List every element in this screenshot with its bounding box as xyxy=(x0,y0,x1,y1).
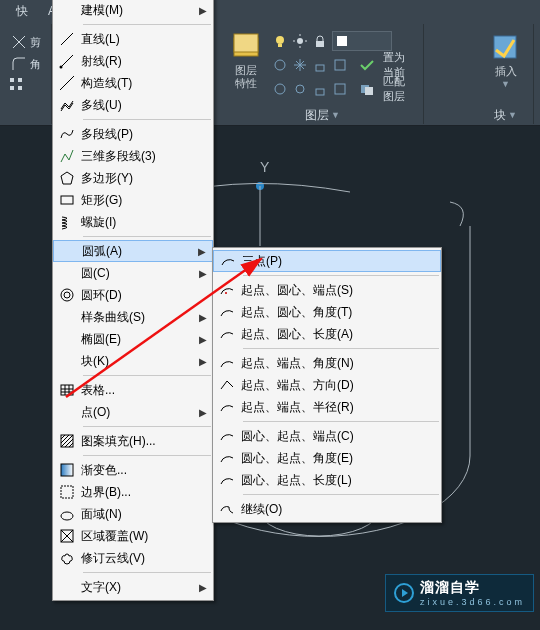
region-icon xyxy=(53,506,81,522)
hatch-icon xyxy=(53,433,81,449)
ray-icon xyxy=(53,53,81,69)
menu-point[interactable]: 点(O)▶ xyxy=(53,401,213,423)
layer-prev-icon[interactable] xyxy=(332,81,348,97)
layer-properties-icon[interactable] xyxy=(230,32,262,64)
insert-block-icon[interactable] xyxy=(490,32,522,64)
group-layers-label: 图层 xyxy=(305,107,329,124)
menu-table[interactable]: 表格... xyxy=(53,379,213,401)
menu-mline[interactable]: 多线(U) xyxy=(53,94,213,116)
fillet-button[interactable]: 角 xyxy=(4,54,48,74)
layer-unlock-icon[interactable] xyxy=(312,81,328,97)
menu-pline3d[interactable]: 三维多段线(3) xyxy=(53,145,213,167)
polygon-icon xyxy=(53,170,81,186)
gradient-icon xyxy=(53,462,81,478)
tab-quick[interactable]: 快 xyxy=(6,1,38,22)
submenu-sca[interactable]: 起点、圆心、角度(T) xyxy=(213,301,441,323)
menu-wipeout[interactable]: 区域覆盖(W) xyxy=(53,525,213,547)
insert-dropdown-icon[interactable]: ▼ xyxy=(501,79,510,89)
menu-modeling[interactable]: 建模(M)▶ xyxy=(53,0,213,21)
svg-marker-34 xyxy=(61,172,73,184)
menu-block[interactable]: 块(K)▶ xyxy=(53,350,213,372)
match-layer-icon xyxy=(359,81,375,97)
menu-ray[interactable]: 射线(R) xyxy=(53,50,213,72)
menu-revcloud[interactable]: 修订云线(V) xyxy=(53,547,213,569)
menu-pline[interactable]: 多段线(P) xyxy=(53,123,213,145)
svg-line-47 xyxy=(65,439,73,447)
menu-gradient[interactable]: 渐变色... xyxy=(53,459,213,481)
submenu-continue[interactable]: 继续(O) xyxy=(213,498,441,520)
match-layer-button[interactable]: 匹配图层 xyxy=(352,79,417,99)
svg-point-16 xyxy=(275,60,285,70)
svg-rect-4 xyxy=(10,86,14,90)
chevron-down-icon[interactable]: ▼ xyxy=(508,110,517,120)
svg-rect-3 xyxy=(18,78,22,82)
menu-rect[interactable]: 矩形(G) xyxy=(53,189,213,211)
trim-button[interactable]: 剪 xyxy=(4,32,48,52)
fillet-label: 角 xyxy=(30,57,41,72)
layer-iso-icon[interactable] xyxy=(332,57,348,73)
menu-arc[interactable]: 圆弧(A)▶ xyxy=(53,240,213,262)
set-current-button[interactable]: 置为当前 xyxy=(352,55,417,75)
submenu-cse[interactable]: 圆心、起点、端点(C) xyxy=(213,425,441,447)
menu-spline[interactable]: 样条曲线(S)▶ xyxy=(53,306,213,328)
menu-polygon[interactable]: 多边形(Y) xyxy=(53,167,213,189)
arc-csl-icon xyxy=(213,472,241,488)
menu-ellipse[interactable]: 椭圆(E)▶ xyxy=(53,328,213,350)
svg-rect-17 xyxy=(316,65,324,71)
layer-off-icon[interactable] xyxy=(272,57,288,73)
svg-rect-50 xyxy=(61,486,73,498)
submenu-csa[interactable]: 圆心、起点、角度(E) xyxy=(213,447,441,469)
svg-line-44 xyxy=(61,435,65,439)
layer-thaw-icon[interactable] xyxy=(292,81,308,97)
menu-circle[interactable]: 圆(C)▶ xyxy=(53,262,213,284)
set-current-icon xyxy=(359,57,375,73)
xline-icon xyxy=(53,75,81,91)
wipeout-icon xyxy=(53,528,81,544)
submenu-csl[interactable]: 圆心、起点、长度(L) xyxy=(213,469,441,491)
layer-lock2-icon[interactable] xyxy=(312,57,328,73)
arc-sca-icon xyxy=(213,304,241,320)
svg-rect-21 xyxy=(316,89,324,95)
menu-donut[interactable]: 圆环(D) xyxy=(53,284,213,306)
donut-icon xyxy=(53,287,81,303)
submenu-sed[interactable]: 起点、端点、方向(D) xyxy=(213,374,441,396)
menu-helix[interactable]: 螺旋(I) xyxy=(53,211,213,233)
svg-rect-18 xyxy=(335,60,345,70)
group-layers: 图层特性 置为当前 xyxy=(222,24,424,124)
group-modify: 剪 角 xyxy=(0,24,52,124)
submenu-scl[interactable]: 起点、圆心、长度(A) xyxy=(213,323,441,345)
arc-sce-icon xyxy=(213,282,241,298)
rect-icon xyxy=(53,192,81,208)
array-icon[interactable] xyxy=(8,76,24,92)
watermark-title: 溜溜自学 xyxy=(420,579,480,595)
svg-rect-24 xyxy=(365,87,373,95)
layer-properties-label: 图层特性 xyxy=(235,64,257,90)
arc-scl-icon xyxy=(213,326,241,342)
submenu-sea[interactable]: 起点、端点、角度(N) xyxy=(213,352,441,374)
menu-text[interactable]: 文字(X)▶ xyxy=(53,576,213,598)
arc-ser-icon xyxy=(213,399,241,415)
menu-boundary[interactable]: 边界(B)... xyxy=(53,481,213,503)
menu-region[interactable]: 面域(N) xyxy=(53,503,213,525)
arc-cse-icon xyxy=(213,428,241,444)
menu-hatch[interactable]: 图案填充(H)... xyxy=(53,430,213,452)
menu-line[interactable]: 直线(L) xyxy=(53,28,213,50)
play-icon xyxy=(394,583,414,603)
layer-color-swatch[interactable] xyxy=(332,31,392,51)
pline3d-icon xyxy=(53,148,81,164)
sun-icon[interactable] xyxy=(292,33,308,49)
submenu-3points[interactable]: 三点(P) xyxy=(213,250,441,272)
revcloud-icon xyxy=(53,550,81,566)
draw-context-menu: 建模(M)▶ 直线(L) 射线(R) 构造线(T) 多线(U) 多段线(P) 三… xyxy=(52,0,214,601)
boundary-icon xyxy=(53,484,81,500)
group-insert-label: 块 xyxy=(494,107,506,124)
submenu-ser[interactable]: 起点、端点、半径(R) xyxy=(213,396,441,418)
bulb-icon[interactable] xyxy=(272,33,288,49)
chevron-down-icon[interactable]: ▼ xyxy=(331,110,340,120)
layer-freeze-icon[interactable] xyxy=(292,57,308,73)
svg-rect-49 xyxy=(61,464,73,476)
submenu-sce[interactable]: 起点、圆心、端点(S) xyxy=(213,279,441,301)
lock-icon[interactable] xyxy=(312,33,328,49)
layer-on-icon[interactable] xyxy=(272,81,288,97)
menu-xline[interactable]: 构造线(T) xyxy=(53,72,213,94)
